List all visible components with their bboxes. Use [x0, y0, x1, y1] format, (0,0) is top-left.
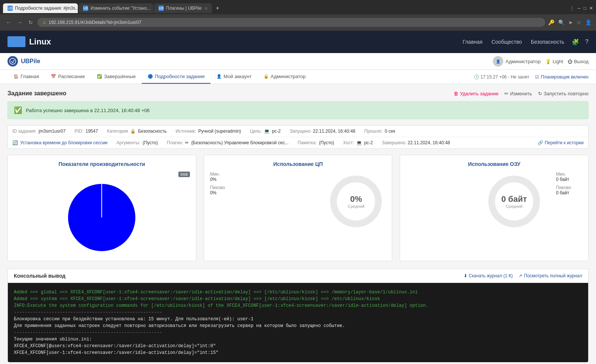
restart-job-button[interactable]: ↻ Запустить повторно — [538, 91, 589, 96]
tab-my-account[interactable]: 👤 Мой аккаунт — [211, 70, 258, 84]
ram-peak-label: Пиково — [556, 185, 582, 190]
tab-bar: UB Подробности задания: #jm3s... ✕ UB Из… — [0, 0, 596, 14]
light-label: Light — [553, 59, 563, 64]
forward-button[interactable]: → — [16, 18, 24, 27]
external-link-icon: ↗ — [519, 273, 522, 278]
nav-main[interactable]: Главная — [463, 39, 482, 45]
browser-chrome: UB Подробности задания: #jm3s... ✕ UB Из… — [0, 0, 596, 31]
pid-cell: PID: 19547 — [74, 129, 98, 134]
history-link[interactable]: 🔗 Перейти к истории — [538, 140, 584, 145]
ram-peak-value: 0 байт — [556, 190, 582, 195]
nav-tabs: 🏠 Главная 📅 Расписание ✅ Завершённые 🔵 П… — [0, 70, 596, 84]
help-icon-button[interactable]: ? — [585, 38, 589, 45]
completed-label: Завершено — [382, 140, 405, 145]
launched-cell: Запущено 22.11.2024, 16:40:48 — [290, 129, 356, 134]
success-message: Работа успешно завершена в 22.11.2024, 1… — [26, 108, 150, 113]
share-icon[interactable]: ➤ — [568, 19, 573, 25]
header-nav: Главная Сообщество Безопасность — [463, 39, 564, 45]
job-id-label: ID задания: — [12, 129, 36, 134]
tab-job-details[interactable]: UB Подробности задания: #jm3s... ✕ — [3, 3, 78, 13]
console-actions: ⬇ Скачать журнал (1 К) ↗ Посмотреть полн… — [464, 273, 582, 278]
tab-list-button[interactable]: ⋮ — [570, 6, 574, 11]
page-header: Задание завершено 🗑 Удалить задание ✏ Из… — [7, 90, 589, 97]
nav-security[interactable]: Безопасность — [531, 39, 564, 45]
tab-home-icon: 🏠 — [13, 74, 19, 79]
pie-badge: total — [178, 172, 190, 177]
pid-value: 19547 — [86, 129, 98, 134]
tab-admin-icon: 🔒 — [264, 74, 269, 79]
close-window-button[interactable]: ✕ — [589, 6, 593, 11]
console-title: Консольный вывод — [14, 273, 65, 279]
tab-edit-event[interactable]: UB Изменить событие "Устано... ✕ — [79, 3, 153, 13]
job-info-row-2: 🔄 Установка времени до блокировки сессии… — [8, 137, 588, 148]
logout-button[interactable]: ⏻ Выход — [568, 59, 589, 64]
page-title: Задание завершено — [7, 90, 66, 97]
refresh-button[interactable]: ↻ — [27, 18, 34, 27]
delete-job-button[interactable]: 🗑 Удалить задание — [454, 91, 498, 96]
page-actions: 🗑 Удалить задание ✏ Изменить ↻ Запустить… — [454, 91, 589, 96]
ram-center: 0 байт Средний — [501, 194, 527, 209]
address-bar: ← → ↻ ⚠ 192.168.215.91/#/JobDetails?id=j… — [0, 14, 596, 31]
pie-chart-wrap: total — [14, 172, 190, 255]
view-full-log-button[interactable]: ↗ Посмотреть полный журнал — [519, 273, 582, 278]
tab-label-1: Подробности задания: #jm3s... — [15, 6, 78, 11]
url-box[interactable]: ⚠ 192.168.215.91/#/JobDetails?id=jm3sm1u… — [37, 18, 545, 27]
success-icon: ✅ — [14, 106, 22, 114]
tab-schedule-label: Расписание — [58, 74, 85, 79]
maximize-button[interactable]: □ — [584, 6, 586, 11]
app-logo: UB Linux — [7, 37, 51, 47]
tab-home[interactable]: 🏠 Главная — [7, 70, 45, 84]
ram-chart: Использование ОЗУ 0 байт Средний Мин. 0 … — [400, 155, 589, 261]
cpu-title: Использование ЦП — [210, 161, 386, 167]
plugin-label: Плагин: — [167, 140, 183, 145]
console-header: Консольный вывод ⬇ Скачать журнал (1 К) … — [8, 269, 588, 283]
minimize-button[interactable]: ─ — [577, 6, 581, 11]
tab-job-details-label: Подробности задания — [155, 74, 205, 79]
source-cell: Источник: Ручной (superadmin) — [176, 129, 241, 134]
profile-icon[interactable]: 👤 — [585, 19, 592, 25]
cpu-min-label: Мин. — [210, 172, 233, 177]
ram-value: 0 байт — [501, 194, 527, 204]
tab-admin[interactable]: 🔒 Администратор — [258, 70, 312, 84]
nav-tab-right: 🕐 17:15:27 +06 - Не занят ☑ Планировщик … — [474, 74, 589, 80]
tab-label-3: Плагины | UBPile — [166, 6, 202, 11]
user-info: 👤 Администратор — [493, 56, 541, 67]
ram-peak-group: Пиково 0 байт — [556, 185, 582, 195]
cpu-center: 0% Средний — [348, 194, 365, 209]
url-lock-icon: ⚠ — [43, 20, 46, 25]
launched-value: 22.11.2024, 16:40:48 — [313, 129, 355, 134]
logo-linux: Linux — [29, 37, 51, 46]
host-cell: Хост: 💻 pc-2 — [343, 140, 373, 145]
plugin-icon: ✏ — [185, 140, 189, 145]
nav-community[interactable]: Сообщество — [491, 39, 522, 45]
target-icon: 💻 — [264, 129, 270, 134]
category-icon: 🔒 — [130, 129, 136, 134]
back-button[interactable]: ← — [4, 18, 13, 27]
job-info-table: ID задания: jm3sm1usr07 PID: 19547 Катег… — [7, 125, 589, 149]
light-mode-button[interactable]: 💡 Light — [545, 59, 563, 64]
edit-job-button[interactable]: ✏ Изменить — [504, 91, 532, 96]
cpu-percent: 0% — [348, 194, 365, 204]
tab-admin-label: Администратор — [271, 74, 306, 79]
tab-schedule[interactable]: 📅 Расписание — [45, 70, 91, 84]
tab-completed[interactable]: ✅ Завершённые — [91, 70, 142, 84]
tab-plugins[interactable]: UB Плагины | UBPile ✕ — [154, 3, 212, 13]
svg-point-0 — [10, 58, 16, 64]
job-name-link[interactable]: Установка времени до блокировки сессии — [20, 140, 108, 145]
new-tab-button[interactable]: + — [213, 3, 222, 13]
search-icon[interactable]: 🔍 — [558, 19, 565, 25]
target-cell: Цель: 💻 pc-2 — [250, 129, 281, 134]
tab-close-3[interactable]: ✕ — [205, 6, 208, 10]
cpu-peak-group: Пиково 0% — [210, 185, 233, 195]
cpu-chart: Использование ЦП Мин. 0% Пиково 0% — [204, 155, 393, 261]
puzzle-icon-button[interactable]: 🧩 — [572, 38, 579, 46]
console-line-2: Added ==> system ==> XFCE4_XFCONF[user-1… — [14, 296, 582, 302]
job-link-icon: 🔄 — [12, 140, 18, 145]
target-label: Цель: — [250, 129, 262, 134]
source-label: Источник: — [176, 129, 196, 134]
download-log-button[interactable]: ⬇ Скачать журнал (1 К) — [464, 273, 513, 278]
tab-job-details-nav[interactable]: 🔵 Подробности задания — [142, 70, 211, 84]
tab-completed-label: Завершённые — [104, 74, 136, 79]
console-section: Консольный вывод ⬇ Скачать журнал (1 К) … — [7, 269, 589, 363]
bookmark-icon[interactable]: ☆ — [577, 19, 581, 25]
